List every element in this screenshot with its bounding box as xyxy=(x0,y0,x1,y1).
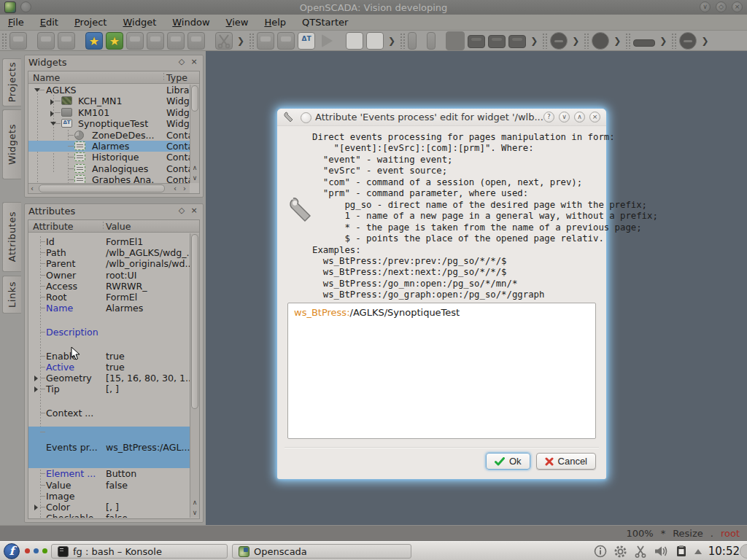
maximize-icon[interactable]: ◇ xyxy=(716,1,727,12)
widget-delete-icon[interactable] xyxy=(147,32,164,50)
align-right-icon[interactable] xyxy=(508,35,526,48)
expander-open-icon[interactable] xyxy=(50,122,56,125)
db-save-icon[interactable] xyxy=(58,32,75,50)
attr-row-root[interactable]: Root FormEl xyxy=(28,292,199,303)
shade-icon[interactable]: ∨ xyxy=(559,112,570,122)
scrollbar-thumb[interactable] xyxy=(191,85,198,112)
toolbar-handle[interactable] xyxy=(671,33,676,49)
overflow-chevron-icon[interactable]: ❯ xyxy=(527,36,541,46)
expand-triangle-icon[interactable] xyxy=(694,549,702,554)
scroll-up-icon[interactable]: ∧ xyxy=(190,163,199,173)
close-panel-icon[interactable]: × xyxy=(189,206,199,216)
attr-row-context[interactable]: Context ... xyxy=(28,408,199,419)
pager-dot-blue[interactable] xyxy=(34,548,39,553)
events-process-input[interactable]: ws_BtPress:/AGLKS/SynoptiqueTest xyxy=(287,303,596,439)
attr-row-tip[interactable]: Tip [, ] xyxy=(28,384,199,394)
tree-row-synoptiquetest[interactable]: SynoptiqueTest Widget xyxy=(28,118,199,129)
overflow-chevron-icon[interactable]: ❯ xyxy=(385,36,398,46)
attr-row-owner[interactable]: Owner root:UI xyxy=(28,270,199,281)
tree-row-kch-mn1[interactable]: KCH_MN1 Widget xyxy=(28,96,199,106)
attr-row-events-process-selected[interactable]: Events pr... ws_BtPress:/AGL... xyxy=(28,427,199,468)
overflow-chevron-icon[interactable]: ❯ xyxy=(698,36,711,46)
minimize-icon[interactable]: ∨ xyxy=(700,1,711,12)
overflow-chevron-icon[interactable]: ❯ xyxy=(569,36,582,46)
attr-row-enable[interactable]: Enable true xyxy=(28,351,199,362)
tab-links[interactable]: Links xyxy=(2,276,21,314)
overflow-chevron-icon[interactable]: ❯ xyxy=(234,36,247,46)
widget-edit-icon[interactable] xyxy=(187,32,205,50)
overflow-chevron-icon[interactable]: ❯ xyxy=(657,36,670,46)
menu-file[interactable]: File xyxy=(0,15,32,29)
tree-row-zonededes[interactable]: ZoneDeDes... Conta.. xyxy=(28,130,199,141)
toolbar-handle[interactable] xyxy=(542,33,547,49)
scroll-left-icon[interactable]: ‹ xyxy=(174,184,177,194)
task-openscada[interactable]: Openscada xyxy=(232,544,411,559)
pie-icon[interactable] xyxy=(592,32,609,50)
attr-row-parent[interactable]: Parent /wlb_originals/wd... xyxy=(28,258,199,269)
tab-attributes[interactable]: Attributes xyxy=(2,202,21,272)
clipboard-icon[interactable] xyxy=(675,545,688,558)
pager-dot-red[interactable] xyxy=(25,548,30,553)
attr-row-element[interactable]: Element ... Button xyxy=(28,468,199,479)
widget-properties-icon[interactable] xyxy=(167,32,185,50)
scroll-right-icon[interactable]: › xyxy=(183,184,186,194)
level-lower-icon[interactable] xyxy=(427,32,436,50)
close-icon[interactable]: × xyxy=(589,112,600,122)
menu-view[interactable]: View xyxy=(218,15,257,29)
info-icon[interactable] xyxy=(594,545,607,558)
run-project-icon[interactable] xyxy=(318,32,336,50)
menu-qtstarter[interactable]: QTStarter xyxy=(294,15,356,29)
expander-closed-icon[interactable] xyxy=(50,111,54,117)
menu-edit[interactable]: Edit xyxy=(32,15,66,29)
tab-projects[interactable]: Projects xyxy=(2,58,21,106)
stop-icon[interactable] xyxy=(679,32,697,50)
toolbar-handle[interactable] xyxy=(625,33,630,49)
widget-add-icon[interactable] xyxy=(126,32,144,50)
scrollbar-thumb[interactable] xyxy=(39,184,165,192)
float-panel-icon[interactable]: ◇ xyxy=(177,57,187,67)
align-left-icon[interactable] xyxy=(468,35,485,48)
expander-closed-icon[interactable] xyxy=(34,386,38,392)
expander-closed-icon[interactable] xyxy=(50,99,54,105)
ok-button[interactable]: Ok xyxy=(486,453,530,470)
new-widget-icon[interactable] xyxy=(106,32,123,50)
load-widget-icon[interactable] xyxy=(9,32,27,50)
tree-row-historique[interactable]: Historique Conta.. xyxy=(28,152,199,163)
expander-closed-icon[interactable] xyxy=(34,376,38,381)
attr-row-value[interactable]: Value false xyxy=(28,480,199,491)
cut-icon[interactable] xyxy=(215,32,233,50)
menu-window[interactable]: Window xyxy=(164,15,217,29)
desktop-pager[interactable] xyxy=(25,548,47,553)
pager-dot-green[interactable] xyxy=(42,548,47,553)
float-panel-icon[interactable]: ◇ xyxy=(177,206,187,216)
new-library-icon[interactable] xyxy=(85,32,103,50)
menu-help[interactable]: Help xyxy=(256,15,294,29)
panel-edge-button[interactable] xyxy=(740,544,747,559)
scroll-left-icon[interactable]: ‹ xyxy=(31,184,34,194)
attr-row-image[interactable]: Image xyxy=(28,491,199,502)
level-rise-icon[interactable] xyxy=(408,32,417,50)
toolbar-handle[interactable] xyxy=(584,33,589,49)
column-header-attribute[interactable]: Attribute xyxy=(33,221,74,232)
help-icon[interactable]: ? xyxy=(543,112,554,122)
scroll-down-icon[interactable]: ∨ xyxy=(190,508,199,518)
overflow-chevron-icon[interactable]: ❯ xyxy=(611,36,624,46)
task-konsole[interactable]: fg : bash – Konsole xyxy=(51,544,228,559)
column-header-value[interactable]: Value xyxy=(106,221,131,232)
toolbar-handle[interactable] xyxy=(1,33,7,49)
attr-row-checkable[interactable]: Checkable false xyxy=(28,513,199,518)
attr-row-id[interactable]: Id FormEl1 xyxy=(28,236,199,247)
tree-row-aglks[interactable]: AGLKS Library xyxy=(28,85,199,96)
expander-open-icon[interactable] xyxy=(34,88,40,92)
column-header-type[interactable]: Type xyxy=(166,72,187,83)
window-icon[interactable] xyxy=(346,32,363,50)
align-center-icon[interactable] xyxy=(488,35,506,48)
whistle-icon[interactable] xyxy=(550,32,568,50)
dialog-titlebar[interactable]: Attribute 'Events process' edit for widg… xyxy=(277,109,606,126)
widgets-vertical-scrollbar[interactable]: ∧ ∨ xyxy=(190,85,199,183)
library-view-icon[interactable] xyxy=(257,32,274,50)
align-square-icon[interactable] xyxy=(446,31,465,50)
scissors-icon[interactable] xyxy=(634,545,647,558)
widgets-horizontal-scrollbar[interactable]: ‹ ‹ › xyxy=(28,183,190,193)
close-panel-icon[interactable]: × xyxy=(189,57,199,67)
